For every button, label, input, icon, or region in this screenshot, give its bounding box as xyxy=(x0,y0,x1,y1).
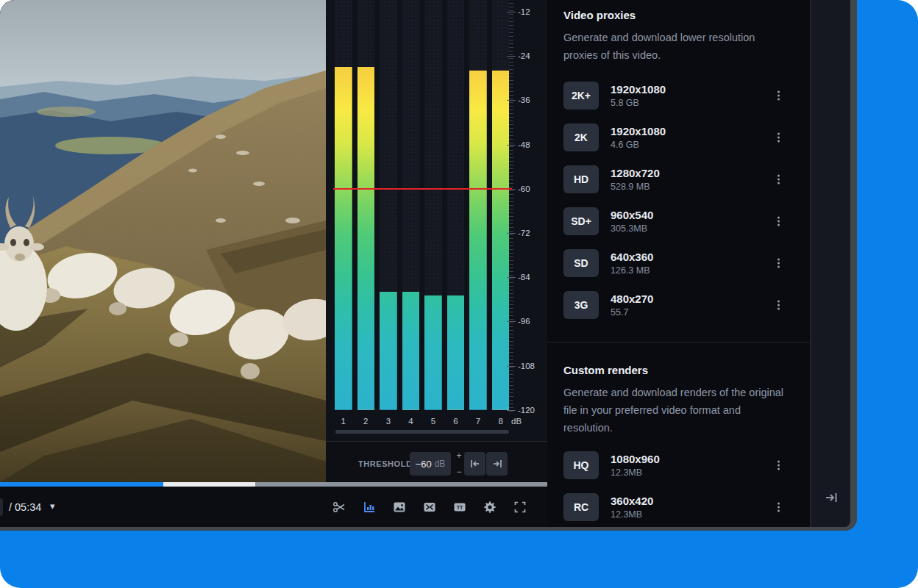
render-row[interactable]: RC360x42012.3MB xyxy=(563,493,794,521)
audio-meter: dB 12345678-12-24-36-48-60-72-84-96-108-… xyxy=(326,0,547,441)
kebab-menu-icon[interactable] xyxy=(775,217,782,226)
player-control-bar: / 05:34 ▾ xyxy=(0,487,547,528)
app-window: dB 12345678-12-24-36-48-60-72-84-96-108-… xyxy=(0,0,857,531)
db-tick-label: -60 xyxy=(518,184,544,193)
resolution-label: 960x540 xyxy=(611,209,653,221)
quality-badge: 3G xyxy=(563,291,599,319)
quality-badge: 2K+ xyxy=(563,82,599,110)
meter-channel-slot xyxy=(402,0,420,410)
proxy-row[interactable]: 3G480x27055.7 xyxy=(563,291,794,319)
proxy-row[interactable]: SD640x360126.3 MB xyxy=(563,249,794,277)
kebab-menu-icon[interactable] xyxy=(775,133,782,143)
meter-level-bar xyxy=(469,71,487,410)
db-tick-label: -12 xyxy=(518,7,544,16)
quality-badge: HQ xyxy=(563,451,599,479)
db-ruler-ticks xyxy=(509,3,513,412)
channel-number: 7 xyxy=(469,417,487,426)
proxy-row[interactable]: HD1280x720528.9 MB xyxy=(563,165,794,193)
threshold-decrement-button[interactable]: − xyxy=(454,467,464,477)
player-toolbar: TT xyxy=(332,487,527,528)
resolution-label: 640x360 xyxy=(611,251,653,263)
channel-number: 3 xyxy=(380,417,397,426)
kebab-menu-icon[interactable] xyxy=(775,175,782,184)
render-row[interactable]: HQ1080x96012.3MB xyxy=(563,451,794,479)
row-meta: 1920x10804.6 GB xyxy=(611,125,666,150)
threshold-input[interactable]: −60 dB xyxy=(410,452,451,476)
db-tick-label: -24 xyxy=(518,51,544,60)
collapse-panel-button[interactable] xyxy=(824,491,839,506)
quality-badge: SD xyxy=(563,249,599,277)
kebab-menu-icon[interactable] xyxy=(775,503,782,512)
threshold-bar: THRESHOLD −60 dB + − xyxy=(326,441,547,487)
row-meta: 360x42012.3MB xyxy=(611,495,653,520)
resolution-label: 480x270 xyxy=(611,293,653,305)
meter-channel-slot xyxy=(492,0,510,410)
file-size-label: 528.9 MB xyxy=(611,182,660,192)
file-size-label: 12.3MB xyxy=(611,467,660,478)
proxy-row[interactable]: SD+960x540305.3MB xyxy=(563,207,794,235)
video-preview[interactable] xyxy=(0,0,326,482)
file-size-label: 4.6 GB xyxy=(611,140,666,150)
captions-icon: TT xyxy=(453,501,466,514)
settings-button[interactable] xyxy=(483,501,497,514)
meter-level-bar xyxy=(447,295,465,410)
skip-to-end-button[interactable] xyxy=(486,452,508,476)
kebab-menu-icon[interactable] xyxy=(775,461,782,470)
proxies-description: Generate and download lower resolution p… xyxy=(563,29,778,64)
channel-number: 8 xyxy=(492,417,510,426)
proxy-row[interactable]: 2K1920x10804.6 GB xyxy=(563,123,794,151)
resolution-label: 1080x960 xyxy=(611,453,660,465)
captions-button[interactable]: TT xyxy=(453,501,466,514)
threshold-increment-button[interactable]: + xyxy=(454,451,464,461)
threshold-stepper: + − xyxy=(454,451,464,477)
skip-to-end-icon xyxy=(825,492,838,503)
renders-description: Generate and download renders of the ori… xyxy=(563,384,789,437)
meter-scrollbar[interactable] xyxy=(335,430,509,434)
kebab-menu-icon[interactable] xyxy=(775,259,782,268)
current-time-fragment xyxy=(0,498,3,516)
kebab-menu-icon[interactable] xyxy=(775,301,782,310)
major-tick xyxy=(507,233,516,234)
db-tick-label: -72 xyxy=(518,229,544,237)
row-meta: 480x27055.7 xyxy=(611,293,653,318)
skip-to-start-icon xyxy=(470,459,480,468)
right-rail xyxy=(811,0,850,531)
meter-channel-slot xyxy=(424,0,442,410)
collapse-view-button[interactable] xyxy=(423,501,436,514)
resolution-label: 360x420 xyxy=(611,495,653,507)
chevron-down-icon[interactable]: ▾ xyxy=(50,501,55,512)
proxies-title: Video proxies xyxy=(563,9,794,21)
scissors-icon xyxy=(332,501,346,514)
major-tick xyxy=(507,410,516,411)
proxy-row[interactable]: 2K+1920x10805.8 GB xyxy=(563,82,794,110)
threshold-value: −60 xyxy=(416,459,432,470)
major-tick xyxy=(507,100,516,101)
file-size-label: 5.8 GB xyxy=(611,98,666,108)
channel-number: 2 xyxy=(357,417,374,426)
fullscreen-button[interactable] xyxy=(513,501,527,514)
major-tick xyxy=(507,56,516,57)
meter-channel-slot xyxy=(469,0,487,410)
thumbnail-button[interactable] xyxy=(393,501,406,514)
db-tick-label: -120 xyxy=(518,406,544,415)
db-tick-label: -108 xyxy=(518,362,544,370)
meter-channel-slot xyxy=(447,0,465,410)
skip-to-start-button[interactable] xyxy=(464,452,485,476)
db-tick-label: -48 xyxy=(518,140,544,149)
db-unit-label: dB xyxy=(511,417,522,426)
threshold-unit: dB xyxy=(435,459,446,469)
collapse-icon xyxy=(423,501,436,514)
audio-levels-button[interactable] xyxy=(363,501,376,514)
kebab-menu-icon[interactable] xyxy=(775,91,782,101)
major-tick xyxy=(507,277,516,278)
audio-meter-panel: dB 12345678-12-24-36-48-60-72-84-96-108-… xyxy=(326,0,547,487)
trim-button[interactable] xyxy=(332,501,346,514)
channel-number: 6 xyxy=(447,417,465,426)
resolution-label: 1920x1080 xyxy=(611,125,666,137)
db-tick-label: -36 xyxy=(518,96,544,104)
db-tick-label: -96 xyxy=(518,317,544,326)
threshold-label: THRESHOLD xyxy=(358,459,412,468)
meter-level-bar xyxy=(492,71,510,410)
row-meta: 1080x96012.3MB xyxy=(611,453,660,478)
row-meta: 1280x720528.9 MB xyxy=(611,167,660,192)
